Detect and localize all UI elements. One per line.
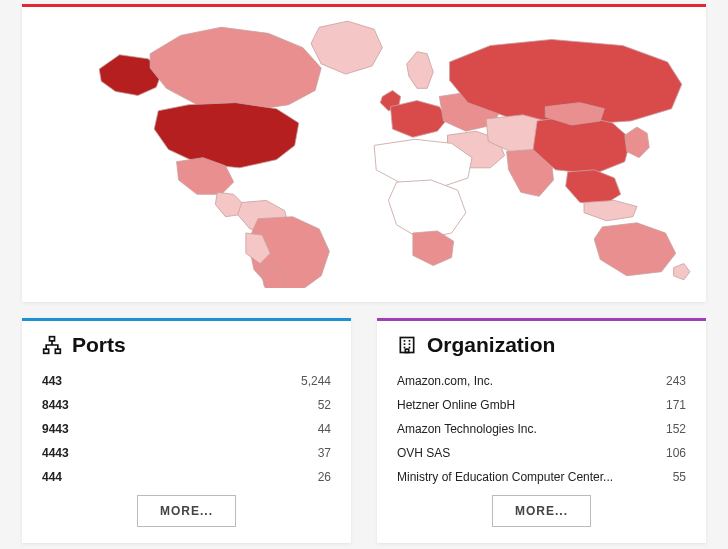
orgs-title: Organization <box>427 333 555 357</box>
region-australia <box>594 223 675 276</box>
org-label: Ministry of Education Computer Center... <box>397 470 613 484</box>
org-label: Amazon Technologies Inc. <box>397 422 537 436</box>
org-row[interactable]: Hetzner Online GmbH 171 <box>397 393 686 417</box>
orgs-panel: Organization Amazon.com, Inc. 243 Hetzne… <box>377 318 706 543</box>
port-value: 44 <box>318 422 331 436</box>
orgs-more-wrap: MORE... <box>397 495 686 527</box>
ports-rows: 443 5,244 8443 52 9443 44 4443 37 444 26 <box>42 369 331 489</box>
region-greenland <box>311 21 382 74</box>
org-row[interactable]: Amazon.com, Inc. 243 <box>397 369 686 393</box>
region-central-africa <box>388 180 465 239</box>
org-value: 152 <box>666 422 686 436</box>
org-value: 106 <box>666 446 686 460</box>
region-canada <box>150 27 321 111</box>
region-new-zealand <box>674 264 690 280</box>
port-label: 8443 <box>42 398 69 412</box>
building-icon <box>397 335 417 355</box>
svg-rect-0 <box>50 337 55 341</box>
org-row[interactable]: Ministry of Education Computer Center...… <box>397 465 686 489</box>
port-label: 443 <box>42 374 62 388</box>
svg-rect-3 <box>400 338 413 353</box>
ports-more-wrap: MORE... <box>42 495 331 527</box>
region-south-africa <box>413 231 454 266</box>
svg-rect-1 <box>44 349 49 353</box>
svg-rect-10 <box>405 349 408 352</box>
ports-title: Ports <box>72 333 126 357</box>
ports-more-button[interactable]: MORE... <box>137 495 236 527</box>
org-value: 171 <box>666 398 686 412</box>
world-map <box>32 13 696 288</box>
org-row[interactable]: Amazon Technologies Inc. 152 <box>397 417 686 441</box>
org-label: OVH SAS <box>397 446 450 460</box>
port-label: 444 <box>42 470 62 484</box>
sitemap-icon <box>42 335 62 355</box>
port-row[interactable]: 443 5,244 <box>42 369 331 393</box>
region-scandinavia <box>407 52 433 89</box>
orgs-panel-header: Organization <box>397 333 686 357</box>
ports-panel-header: Ports <box>42 333 331 357</box>
org-label: Amazon.com, Inc. <box>397 374 493 388</box>
org-value: 243 <box>666 374 686 388</box>
region-korea-japan <box>625 127 649 158</box>
org-label: Hetzner Online GmbH <box>397 398 515 412</box>
world-map-card <box>22 4 706 302</box>
region-west-europe <box>390 101 447 138</box>
port-value: 37 <box>318 446 331 460</box>
port-row[interactable]: 4443 37 <box>42 441 331 465</box>
org-row[interactable]: OVH SAS 106 <box>397 441 686 465</box>
svg-rect-2 <box>55 349 60 353</box>
port-row[interactable]: 444 26 <box>42 465 331 489</box>
port-value: 26 <box>318 470 331 484</box>
orgs-rows: Amazon.com, Inc. 243 Hetzner Online GmbH… <box>397 369 686 489</box>
port-value: 52 <box>318 398 331 412</box>
org-value: 55 <box>673 470 686 484</box>
port-value: 5,244 <box>301 374 331 388</box>
port-label: 4443 <box>42 446 69 460</box>
region-indonesia <box>584 200 637 220</box>
orgs-more-button[interactable]: MORE... <box>492 495 591 527</box>
ports-panel: Ports 443 5,244 8443 52 9443 44 4443 37 … <box>22 318 351 543</box>
region-usa <box>154 103 299 168</box>
region-se-asia <box>566 170 621 205</box>
stats-panels: Ports 443 5,244 8443 52 9443 44 4443 37 … <box>22 318 706 543</box>
port-row[interactable]: 9443 44 <box>42 417 331 441</box>
port-row[interactable]: 8443 52 <box>42 393 331 417</box>
port-label: 9443 <box>42 422 69 436</box>
